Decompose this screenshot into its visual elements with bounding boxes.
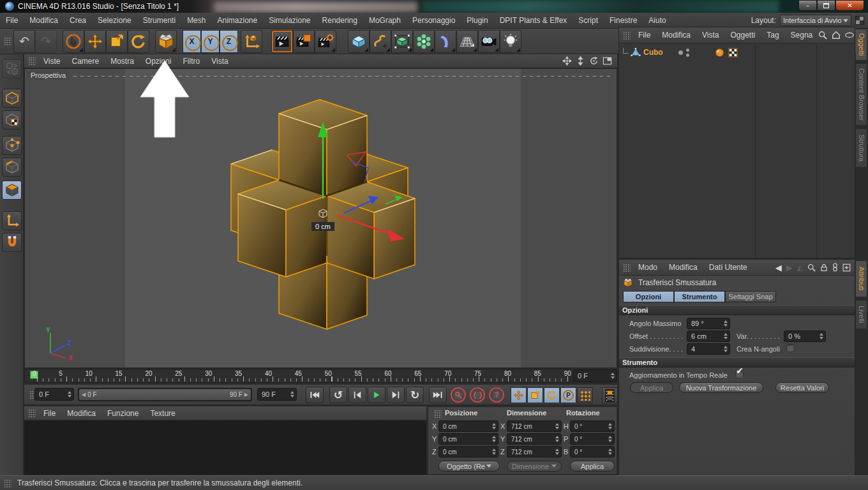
spinner-control[interactable] [490, 449, 496, 455]
pos-y-field[interactable]: 0 cm [438, 433, 498, 445]
key-position-toggle[interactable] [511, 387, 527, 403]
spinner-control[interactable] [722, 333, 728, 339]
spinner-control[interactable] [609, 373, 615, 379]
spinner-control[interactable] [490, 423, 496, 429]
render-visibility-dots[interactable] [686, 48, 689, 57]
attributes-menu-modo[interactable]: Modo [632, 263, 663, 272]
maximize-button[interactable] [817, 0, 835, 11]
menu-personaggio[interactable]: Personaggio [407, 16, 461, 25]
viewport-menu-grip[interactable] [28, 57, 36, 65]
rot-b-field[interactable]: 0 ° [570, 446, 615, 457]
axis-mode-button[interactable] [2, 211, 22, 230]
tab-attributi[interactable]: Attributi [856, 260, 867, 297]
edges-mode-button[interactable] [2, 158, 22, 177]
spinner-control[interactable] [818, 333, 823, 339]
tab-settaggi-snap[interactable]: Settaggi Snap [725, 291, 776, 302]
zoom-view-icon[interactable] [576, 56, 585, 66]
spinner-control[interactable] [722, 320, 728, 327]
autokey-button[interactable] [470, 387, 485, 403]
rot-h-field[interactable]: 0 ° [570, 420, 615, 432]
menu-crea[interactable]: Crea [64, 16, 92, 25]
timeline-ruler[interactable]: 051015202530354045505560657075808590 [24, 369, 571, 383]
menu-animazione[interactable]: Animazione [211, 16, 263, 25]
coordinate-system-button[interactable] [241, 30, 262, 53]
pos-z-field[interactable]: 0 cm [438, 446, 498, 457]
rotate-view-icon[interactable] [589, 56, 599, 66]
axis-lock-x-button[interactable]: X [183, 30, 201, 53]
material-menu-texture[interactable]: Texture [144, 409, 181, 418]
previous-key-button[interactable]: ↺ [329, 387, 347, 403]
polygon-object-icon[interactable] [631, 47, 641, 57]
pan-view-icon[interactable] [562, 56, 572, 66]
nuova-trasformazione-button[interactable]: Nuova Trasformazione [679, 382, 763, 393]
key-scale-toggle[interactable] [527, 387, 543, 403]
next-key-button[interactable]: ↻ [406, 387, 424, 403]
redo-button[interactable]: ↷ [35, 30, 57, 53]
objects-menu-file[interactable]: File [632, 31, 656, 40]
menu-modifica[interactable]: Modifica [24, 16, 64, 25]
phong-tag-icon[interactable] [715, 48, 724, 57]
go-to-start-button[interactable] [306, 387, 324, 403]
render-view-button[interactable] [271, 30, 293, 53]
var-field[interactable]: 0 % [784, 330, 826, 342]
home-icon[interactable] [832, 31, 841, 40]
spinner-control[interactable] [553, 449, 559, 455]
range-right-arrow-icon[interactable]: ▶ [244, 392, 248, 397]
viewport-canvas[interactable]: Y Z X Prospettiva 0 cm [24, 68, 617, 368]
dim-x-field[interactable]: 712 cm [507, 420, 562, 432]
attributes-menu-modifica[interactable]: Modifica [663, 263, 703, 272]
close-button[interactable]: ✕ [835, 0, 864, 11]
coords-grip[interactable] [434, 410, 442, 418]
search-icon[interactable] [818, 31, 827, 40]
add-cube-primitive-button[interactable] [348, 30, 370, 53]
menu-plugin[interactable]: Plugin [461, 16, 493, 25]
material-menu-file[interactable]: File [38, 409, 61, 418]
menu-simulazione[interactable]: Simulazione [263, 16, 316, 25]
dim-y-field[interactable]: 712 cm [507, 433, 562, 445]
object-name[interactable]: Cubo [643, 48, 663, 57]
go-to-end-button[interactable] [429, 387, 447, 403]
bevel-tool-button[interactable] [155, 30, 177, 53]
spinner-control[interactable] [553, 436, 559, 442]
coords-size-dropdown[interactable]: Dimensione [507, 461, 562, 471]
viewport-menu-camere[interactable]: Camere [66, 57, 105, 66]
keyframe-selection-button[interactable]: ? [489, 387, 504, 403]
points-mode-button[interactable] [2, 136, 22, 155]
uvw-tag-icon[interactable] [728, 48, 738, 57]
live-selection-button[interactable] [63, 30, 84, 53]
key-rotation-toggle[interactable] [544, 387, 560, 403]
add-environment-button[interactable] [456, 30, 478, 53]
add-light-button[interactable] [500, 30, 521, 53]
menu-dpit-plants-effex[interactable]: DPIT Plants & Effex [494, 16, 573, 25]
rot-p-field[interactable]: 0 ° [570, 433, 615, 445]
timeline-frame-field[interactable]: 0 F [573, 369, 617, 382]
objects-menu-vista[interactable]: Vista [696, 31, 724, 40]
history-forward-icon[interactable]: ▶ [786, 264, 793, 272]
viewport-menu-vista[interactable]: Vista [206, 57, 234, 66]
tab-content-browser[interactable]: Content Browser [856, 63, 867, 126]
key-parameter-toggle[interactable]: P [560, 387, 576, 403]
current-frame-field[interactable]: 0 F [34, 388, 74, 401]
tab-struttura[interactable]: Struttura [856, 128, 867, 168]
menu-strumenti[interactable]: Strumenti [137, 16, 181, 25]
add-subdivision-surface-button[interactable] [391, 30, 413, 53]
coords-apply-button[interactable]: Applica [570, 461, 615, 471]
frame-range-bar[interactable]: ◀ 0 F 90 F ▶ [79, 389, 251, 400]
texture-mode-button[interactable] [2, 110, 22, 130]
editor-visibility-dot[interactable] [678, 50, 683, 55]
spinner-control[interactable] [66, 391, 71, 397]
objects-tree[interactable]: Cubo [619, 43, 855, 258]
snap-button[interactable] [2, 233, 22, 252]
make-editable-button[interactable] [2, 59, 22, 78]
spinner-control[interactable] [606, 436, 612, 442]
tab-oggetti[interactable]: Oggetti [856, 29, 867, 61]
spinner-control[interactable] [606, 449, 612, 455]
attributes-grip[interactable] [623, 264, 631, 272]
menu-script[interactable]: Script [572, 16, 604, 25]
objects-menu-oggetti[interactable]: Oggetti [725, 31, 761, 40]
object-row-cubo[interactable]: Cubo [619, 46, 738, 59]
objects-menu-segna[interactable]: Segna [785, 31, 819, 40]
timeline-window-button[interactable] [602, 387, 618, 403]
applica-button[interactable]: Applica [630, 382, 673, 393]
menu-finestre[interactable]: Finestre [604, 16, 643, 25]
